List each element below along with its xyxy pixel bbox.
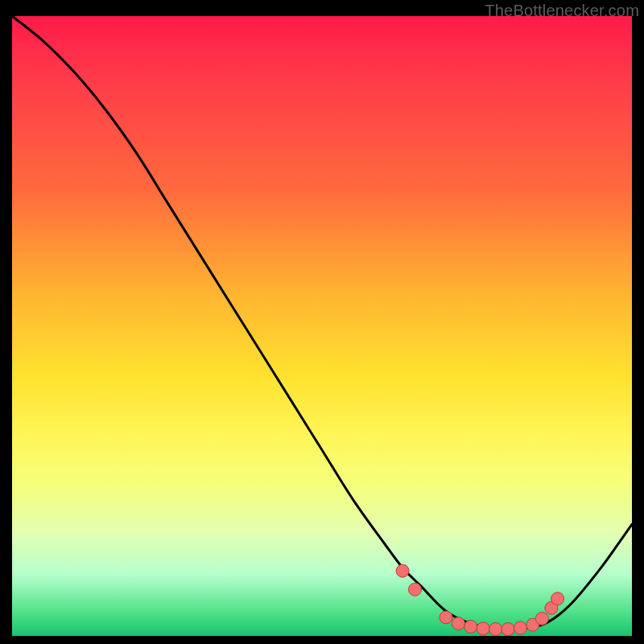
- curve-marker: [477, 622, 489, 635]
- curve-markers-group: [396, 564, 564, 635]
- bottleneck-curve-line: [12, 16, 632, 630]
- curve-marker: [464, 620, 477, 633]
- curve-marker: [396, 564, 409, 577]
- curve-marker: [409, 583, 422, 596]
- curve-marker: [502, 623, 514, 636]
- chart-svg: [12, 16, 632, 636]
- curve-marker: [535, 612, 548, 625]
- curve-marker: [489, 623, 502, 636]
- curve-marker: [452, 617, 464, 630]
- curve-marker: [440, 611, 452, 624]
- curve-marker: [514, 621, 526, 634]
- curve-marker: [551, 592, 564, 605]
- chart-frame: [12, 16, 632, 636]
